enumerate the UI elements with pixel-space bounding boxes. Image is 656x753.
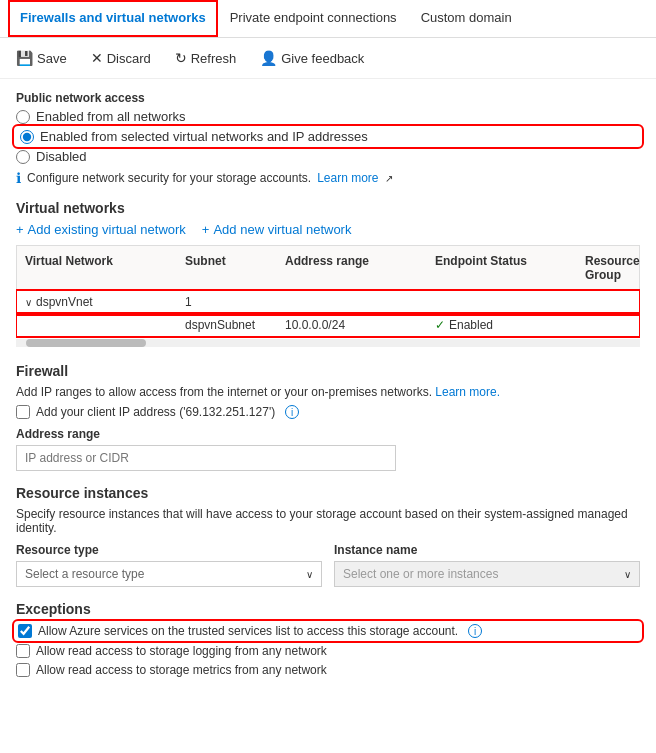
add-new-vnet-button[interactable]: + Add new virtual network — [202, 222, 352, 237]
scroll-thumb[interactable] — [26, 339, 146, 347]
tab-firewalls[interactable]: Firewalls and virtual networks — [8, 0, 218, 37]
col-address: Address range — [277, 250, 427, 286]
firewall-learn-more-link[interactable]: Learn more. — [435, 385, 500, 399]
feedback-button[interactable]: 👤 Give feedback — [256, 46, 368, 70]
exception-metrics-input[interactable] — [16, 663, 30, 677]
resource-instances-section: Resource instances Specify resource inst… — [16, 485, 640, 587]
instance-name-chevron-icon: ∨ — [624, 569, 631, 580]
vnet-table-header: Virtual Network Subnet Address range End… — [17, 246, 639, 291]
radio-all-networks[interactable]: Enabled from all networks — [16, 109, 640, 124]
main-content: Public network access Enabled from all n… — [0, 79, 656, 694]
instance-name-select[interactable]: Select one or more instances ∨ — [334, 561, 640, 587]
vnet-child-subnet: dspvnSubnet — [177, 314, 277, 336]
radio-disabled-label: Disabled — [36, 149, 87, 164]
virtual-networks-section: Virtual networks + Add existing virtual … — [16, 200, 640, 349]
radio-selected-networks[interactable]: Enabled from selected virtual networks a… — [16, 128, 640, 145]
vnet-child-rg — [577, 314, 639, 336]
tab-bar: Firewalls and virtual networks Private e… — [0, 0, 656, 38]
radio-disabled[interactable]: Disabled — [16, 149, 640, 164]
vnet-subnet-count: 1 — [177, 291, 277, 313]
tab-custom-domain[interactable]: Custom domain — [409, 0, 524, 37]
vnet-address-cell — [277, 291, 427, 313]
client-ip-checkbox[interactable]: Add your client IP address ('69.132.251.… — [16, 405, 640, 419]
resource-type-placeholder: Select a resource type — [25, 567, 144, 581]
resource-type-select[interactable]: Select a resource type ∨ — [16, 561, 322, 587]
firewall-title: Firewall — [16, 363, 640, 379]
refresh-icon: ↻ — [175, 50, 187, 66]
plus-icon-new: + — [202, 222, 210, 237]
vnet-rg-cell — [577, 291, 639, 313]
col-subnet: Subnet — [177, 250, 277, 286]
radio-disabled-input[interactable] — [16, 150, 30, 164]
virtual-networks-title: Virtual networks — [16, 200, 640, 216]
exceptions-section: Exceptions Allow Azure services on the t… — [16, 601, 640, 677]
vnet-child-endpoint: ✓ Enabled — [427, 314, 577, 336]
vnet-parent-row[interactable]: ∨ dspvnVnet 1 — [17, 291, 639, 314]
vnet-actions: + Add existing virtual network + Add new… — [16, 222, 640, 237]
horizontal-scrollbar[interactable] — [16, 339, 640, 347]
toolbar: 💾 Save ✕ Discard ↻ Refresh 👤 Give feedba… — [0, 38, 656, 79]
external-link-icon: ↗ — [385, 173, 393, 184]
public-network-access-section: Public network access Enabled from all n… — [16, 91, 640, 186]
instance-name-label: Instance name — [334, 543, 640, 557]
vnet-child-address: 10.0.0.0/24 — [277, 314, 427, 336]
public-access-label: Public network access — [16, 91, 640, 105]
resource-instances-description: Specify resource instances that will hav… — [16, 507, 640, 535]
exception-logging-input[interactable] — [16, 644, 30, 658]
resource-type-col: Resource type Select a resource type ∨ — [16, 543, 322, 587]
check-icon: ✓ — [435, 318, 445, 332]
col-rg: Resource Group — [577, 250, 640, 286]
radio-selected-input[interactable] — [20, 130, 34, 144]
instance-name-col: Instance name Select one or more instanc… — [334, 543, 640, 587]
discard-button[interactable]: ✕ Discard — [87, 46, 155, 70]
firewall-section: Firewall Add IP ranges to allow access f… — [16, 363, 640, 471]
exception-trusted-info-icon[interactable]: i — [468, 624, 482, 638]
feedback-icon: 👤 — [260, 50, 277, 66]
client-ip-info-icon[interactable]: i — [285, 405, 299, 419]
expand-icon: ∨ — [25, 297, 32, 308]
radio-group: Enabled from all networks Enabled from s… — [16, 109, 640, 164]
firewall-description: Add IP ranges to allow access from the i… — [16, 385, 640, 399]
col-vnet: Virtual Network — [17, 250, 177, 286]
instance-name-placeholder: Select one or more instances — [343, 567, 498, 581]
info-icon: ℹ — [16, 170, 21, 186]
resource-type-chevron-icon: ∨ — [306, 569, 313, 580]
resource-type-label: Resource type — [16, 543, 322, 557]
refresh-button[interactable]: ↻ Refresh — [171, 46, 241, 70]
client-ip-input[interactable] — [16, 405, 30, 419]
resource-instances-title: Resource instances — [16, 485, 640, 501]
resource-row: Resource type Select a resource type ∨ I… — [16, 543, 640, 587]
exception-trusted-services[interactable]: Allow Azure services on the trusted serv… — [16, 623, 640, 639]
address-range-input[interactable] — [16, 445, 396, 471]
info-text: Configure network security for your stor… — [27, 171, 311, 185]
exception-metrics[interactable]: Allow read access to storage metrics fro… — [16, 663, 640, 677]
exception-logging[interactable]: Allow read access to storage logging fro… — [16, 644, 640, 658]
vnet-table-wrapper: Virtual Network Subnet Address range End… — [16, 245, 640, 349]
col-endpoint: Endpoint Status — [427, 250, 577, 286]
plus-icon-existing: + — [16, 222, 24, 237]
learn-more-link[interactable]: Learn more — [317, 171, 378, 185]
vnet-child-name — [17, 314, 177, 336]
vnet-table-container: Virtual Network Subnet Address range End… — [16, 245, 640, 337]
tab-private-endpoints[interactable]: Private endpoint connections — [218, 0, 409, 37]
vnet-endpoint-cell — [427, 291, 577, 313]
save-button[interactable]: 💾 Save — [12, 46, 71, 70]
exception-trusted-input[interactable] — [18, 624, 32, 638]
address-range-field: Address range — [16, 427, 640, 471]
address-range-label: Address range — [16, 427, 640, 441]
vnet-child-row[interactable]: dspvnSubnet 10.0.0.0/24 ✓ Enabled — [17, 314, 639, 336]
discard-icon: ✕ — [91, 50, 103, 66]
save-icon: 💾 — [16, 50, 33, 66]
info-row: ℹ Configure network security for your st… — [16, 170, 640, 186]
exceptions-title: Exceptions — [16, 601, 640, 617]
vnet-name-cell: ∨ dspvnVnet — [17, 291, 177, 313]
add-existing-vnet-button[interactable]: + Add existing virtual network — [16, 222, 186, 237]
radio-all-label: Enabled from all networks — [36, 109, 186, 124]
radio-selected-label: Enabled from selected virtual networks a… — [40, 129, 368, 144]
radio-all-input[interactable] — [16, 110, 30, 124]
